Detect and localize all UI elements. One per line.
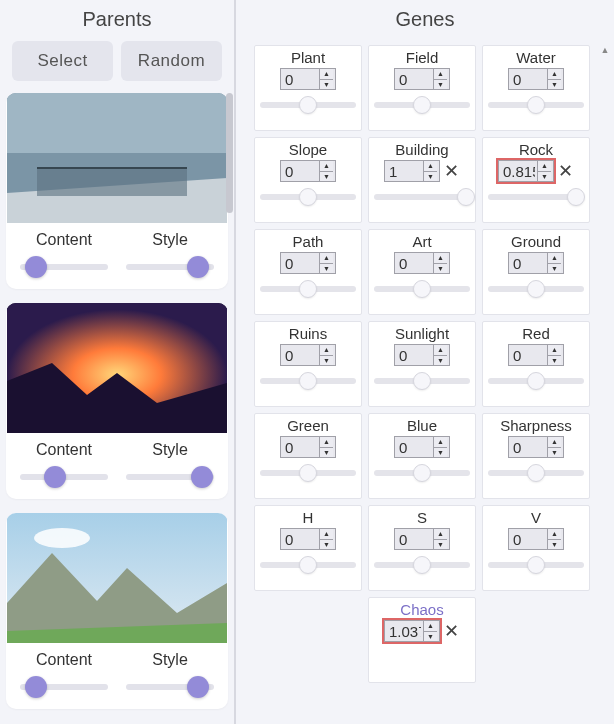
scroll-up-icon[interactable]: ▲ [600,45,610,55]
gene-slider[interactable] [374,280,470,298]
gene-slider[interactable] [374,372,470,390]
gene-value-input[interactable] [281,345,319,365]
gene-value-input[interactable] [385,161,423,181]
gene-slider[interactable] [260,372,356,390]
gene-spinner[interactable]: ▲ ▼ [280,344,336,366]
spinner-down-icon[interactable]: ▼ [548,264,561,274]
gene-value-input[interactable] [509,345,547,365]
gene-spinner[interactable]: ▲ ▼ [498,160,554,182]
gene-slider[interactable] [260,464,356,482]
spinner-down-icon[interactable]: ▼ [320,264,333,274]
parent-image[interactable] [6,513,228,643]
random-button[interactable]: Random [121,41,222,81]
spinner-up-icon[interactable]: ▲ [320,253,333,264]
gene-spinner[interactable]: ▲ ▼ [280,436,336,458]
gene-spinner[interactable]: ▲ ▼ [394,436,450,458]
gene-spinner[interactable]: ▲ ▼ [394,68,450,90]
spinner-down-icon[interactable]: ▼ [320,448,333,458]
parents-scrollbar[interactable] [224,93,234,724]
spinner-up-icon[interactable]: ▲ [548,437,561,448]
gene-slider[interactable] [488,464,584,482]
spinner-up-icon[interactable]: ▲ [320,529,333,540]
spinner-down-icon[interactable]: ▼ [434,80,447,90]
spinner-down-icon[interactable]: ▼ [434,448,447,458]
gene-value-input[interactable] [395,345,433,365]
style-slider[interactable] [126,257,214,277]
genes-scrollbar[interactable]: ▲ [600,45,610,724]
gene-value-input[interactable] [395,529,433,549]
gene-slider[interactable] [260,188,356,206]
gene-value-input[interactable] [395,69,433,89]
spinner-up-icon[interactable]: ▲ [434,69,447,80]
gene-slider[interactable] [374,96,470,114]
remove-gene-icon[interactable]: ✕ [556,160,574,182]
gene-slider[interactable] [260,556,356,574]
spinner-down-icon[interactable]: ▼ [434,356,447,366]
spinner-down-icon[interactable]: ▼ [424,172,437,182]
gene-value-input[interactable] [509,529,547,549]
gene-slider[interactable] [374,464,470,482]
gene-spinner[interactable]: ▲ ▼ [280,68,336,90]
gene-spinner[interactable]: ▲ ▼ [394,344,450,366]
gene-slider[interactable] [488,372,584,390]
gene-value-input[interactable] [395,437,433,457]
spinner-up-icon[interactable]: ▲ [434,253,447,264]
spinner-up-icon[interactable]: ▲ [424,621,437,632]
gene-slider[interactable] [488,188,584,206]
select-button[interactable]: Select [12,41,113,81]
gene-slider[interactable] [488,280,584,298]
gene-spinner[interactable]: ▲ ▼ [280,528,336,550]
gene-value-input[interactable] [281,161,319,181]
gene-spinner[interactable]: ▲ ▼ [508,528,564,550]
spinner-up-icon[interactable]: ▲ [434,529,447,540]
spinner-up-icon[interactable]: ▲ [320,69,333,80]
spinner-down-icon[interactable]: ▼ [548,448,561,458]
gene-value-input[interactable] [395,253,433,273]
gene-value-input[interactable] [499,161,537,181]
gene-value-input[interactable] [281,437,319,457]
content-slider[interactable] [20,467,108,487]
gene-slider[interactable] [260,280,356,298]
spinner-up-icon[interactable]: ▲ [548,529,561,540]
gene-spinner[interactable]: ▲ ▼ [508,68,564,90]
gene-slider[interactable] [374,188,470,206]
gene-spinner[interactable]: ▲ ▼ [280,160,336,182]
gene-slider[interactable] [488,556,584,574]
spinner-down-icon[interactable]: ▼ [320,172,333,182]
gene-spinner[interactable]: ▲ ▼ [394,528,450,550]
gene-spinner[interactable]: ▲ ▼ [508,252,564,274]
gene-slider[interactable] [260,96,356,114]
remove-gene-icon[interactable]: ✕ [442,160,460,182]
spinner-up-icon[interactable]: ▲ [434,437,447,448]
style-slider[interactable] [126,467,214,487]
gene-value-input[interactable] [509,69,547,89]
spinner-down-icon[interactable]: ▼ [320,356,333,366]
gene-value-input[interactable] [509,253,547,273]
spinner-down-icon[interactable]: ▼ [548,540,561,550]
content-slider[interactable] [20,257,108,277]
gene-spinner[interactable]: ▲ ▼ [384,160,440,182]
remove-gene-icon[interactable]: ✕ [442,620,460,642]
gene-spinner[interactable]: ▲ ▼ [384,620,440,642]
gene-slider[interactable] [374,556,470,574]
parent-image[interactable] [6,93,228,223]
gene-spinner[interactable]: ▲ ▼ [280,252,336,274]
spinner-down-icon[interactable]: ▼ [320,80,333,90]
spinner-down-icon[interactable]: ▼ [320,540,333,550]
gene-value-input[interactable] [281,69,319,89]
gene-value-input[interactable] [509,437,547,457]
spinner-up-icon[interactable]: ▲ [434,345,447,356]
gene-value-input[interactable] [281,529,319,549]
spinner-down-icon[interactable]: ▼ [434,540,447,550]
style-slider[interactable] [126,677,214,697]
gene-slider[interactable] [488,96,584,114]
content-slider[interactable] [20,677,108,697]
spinner-up-icon[interactable]: ▲ [538,161,551,172]
spinner-up-icon[interactable]: ▲ [548,345,561,356]
spinner-up-icon[interactable]: ▲ [548,69,561,80]
spinner-down-icon[interactable]: ▼ [434,264,447,274]
spinner-up-icon[interactable]: ▲ [320,437,333,448]
gene-value-input[interactable] [385,621,423,641]
spinner-down-icon[interactable]: ▼ [424,632,437,642]
spinner-up-icon[interactable]: ▲ [548,253,561,264]
